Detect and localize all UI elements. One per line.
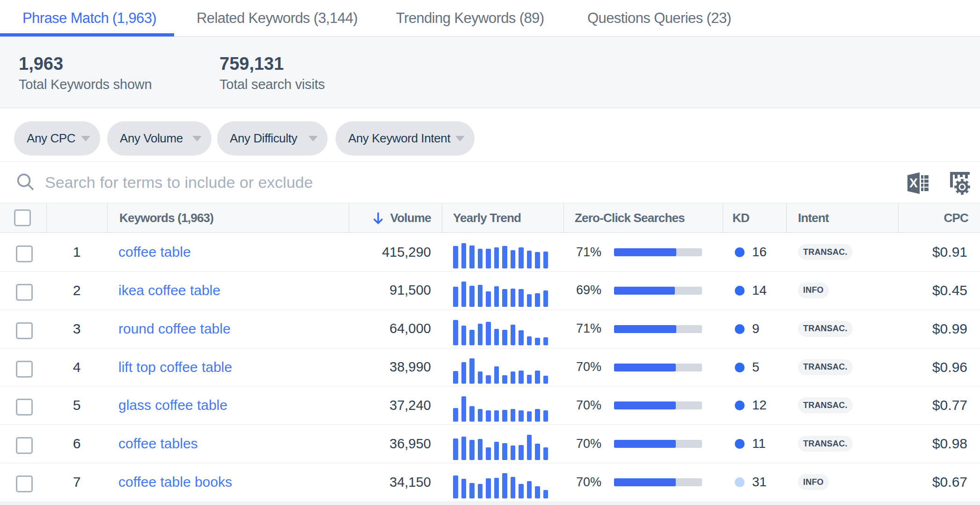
svg-text:X: X xyxy=(909,176,918,190)
